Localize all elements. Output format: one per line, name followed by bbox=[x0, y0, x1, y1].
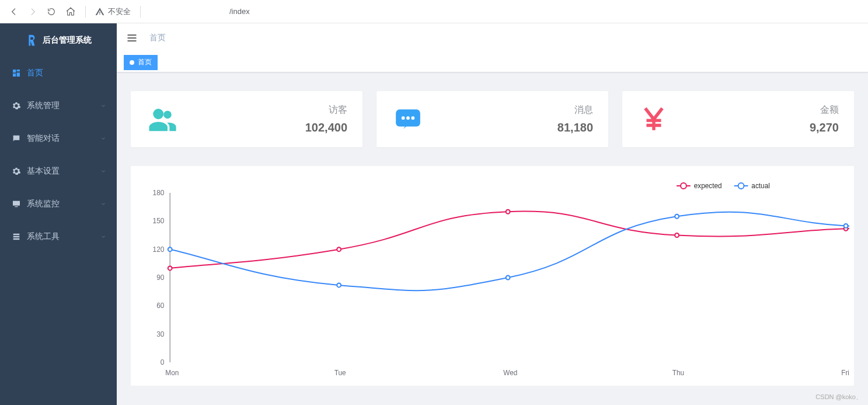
sidebar-item-0[interactable]: 首页 bbox=[0, 57, 117, 89]
tool-icon bbox=[12, 232, 21, 241]
chevron-down-icon bbox=[100, 136, 106, 141]
breadcrumb[interactable]: 首页 bbox=[149, 33, 166, 43]
data-point bbox=[337, 247, 341, 251]
warning-icon bbox=[95, 7, 104, 16]
brand-title: 后台管理系统 bbox=[43, 35, 92, 46]
legend-label: actual bbox=[751, 182, 770, 190]
people-icon bbox=[147, 103, 178, 135]
data-point bbox=[675, 214, 679, 219]
y-tick-label: 0 bbox=[161, 358, 165, 366]
svg-point-2 bbox=[406, 116, 410, 120]
stat-cards-row: 访客102,400消息81,180金额9,270 bbox=[131, 91, 854, 147]
card-value: 102,400 bbox=[305, 121, 347, 134]
nav-arrow-group bbox=[5, 6, 76, 17]
chat-icon bbox=[12, 134, 21, 143]
series-line-expected bbox=[170, 212, 849, 268]
y-tick-label: 120 bbox=[153, 245, 165, 254]
y-tick-label: 60 bbox=[156, 302, 165, 310]
chevron-down-icon bbox=[100, 103, 106, 109]
data-point bbox=[337, 283, 341, 287]
x-tick-label: Tue bbox=[334, 369, 346, 377]
y-tick-label: 180 bbox=[153, 189, 165, 197]
data-point bbox=[506, 210, 510, 214]
chevron-down-icon bbox=[100, 201, 106, 207]
stat-card-2[interactable]: 金额9,270 bbox=[622, 91, 854, 147]
line-chart: 0306090120150180MonTueWedThuFriexpecteda… bbox=[135, 175, 849, 386]
reload-icon[interactable] bbox=[47, 7, 56, 16]
security-warning[interactable]: 不安全 bbox=[95, 6, 131, 17]
main: 首页 首页 访客102,400消息81,180金额9,270 030609012… bbox=[117, 23, 868, 405]
hamburger-icon[interactable] bbox=[126, 32, 138, 44]
home-icon[interactable] bbox=[65, 6, 76, 17]
brand[interactable]: 后台管理系统 bbox=[0, 23, 117, 57]
stat-card-0[interactable]: 访客102,400 bbox=[131, 91, 362, 147]
legend-item-actual[interactable]: actual bbox=[734, 182, 770, 190]
sidebar-item-label: 系统管理 bbox=[27, 101, 60, 111]
svg-point-1 bbox=[402, 116, 405, 120]
card-label: 金额 bbox=[810, 104, 839, 116]
yen-icon bbox=[639, 105, 668, 134]
browser-toolbar: 不安全 /index bbox=[0, 0, 868, 23]
forward-icon[interactable] bbox=[28, 7, 37, 16]
x-tick-label: Fri bbox=[841, 369, 849, 377]
gear-icon bbox=[12, 101, 21, 110]
monitor-icon bbox=[12, 199, 21, 209]
dashboard-icon bbox=[12, 68, 21, 78]
sidebar-item-label: 基本设置 bbox=[27, 166, 60, 176]
data-point bbox=[844, 224, 848, 228]
tab-home[interactable]: 首页 bbox=[124, 55, 158, 70]
chevron-down-icon bbox=[100, 234, 106, 240]
svg-point-5 bbox=[681, 183, 686, 189]
gear-icon bbox=[12, 167, 21, 176]
chart-panel: 0306090120150180MonTueWedThuFriexpecteda… bbox=[131, 166, 854, 386]
x-tick-label: Wed bbox=[503, 369, 517, 377]
data-point bbox=[168, 266, 172, 270]
card-meta: 消息81,180 bbox=[557, 104, 593, 134]
app-root: 后台管理系统 首页系统管理智能对话基本设置系统监控系统工具 首页 首页 访客10… bbox=[0, 23, 868, 405]
message-icon bbox=[393, 105, 423, 134]
data-point bbox=[506, 276, 510, 280]
data-point bbox=[675, 233, 679, 237]
card-label: 访客 bbox=[305, 104, 347, 116]
back-icon[interactable] bbox=[9, 7, 19, 16]
sidebar-item-2[interactable]: 智能对话 bbox=[0, 122, 117, 155]
divider bbox=[85, 6, 86, 18]
card-value: 9,270 bbox=[810, 121, 839, 134]
sidebar-item-label: 首页 bbox=[27, 68, 43, 78]
insecure-label: 不安全 bbox=[108, 6, 131, 17]
stat-card-1[interactable]: 消息81,180 bbox=[377, 91, 608, 147]
legend-label: expected bbox=[694, 182, 722, 190]
sidebar-item-label: 智能对话 bbox=[27, 133, 60, 144]
topbar: 首页 bbox=[117, 23, 868, 53]
content: 访客102,400消息81,180金额9,270 030609012015018… bbox=[117, 72, 868, 405]
active-dot-icon bbox=[130, 60, 134, 65]
card-icon-wrap bbox=[392, 103, 424, 136]
sidebar-item-label: 系统监控 bbox=[27, 199, 60, 209]
divider bbox=[140, 6, 141, 18]
sidebar-item-4[interactable]: 系统监控 bbox=[0, 188, 117, 220]
svg-point-3 bbox=[411, 116, 414, 120]
legend-item-expected[interactable]: expected bbox=[677, 182, 722, 190]
chevron-down-icon bbox=[100, 168, 106, 174]
url-path: /index bbox=[229, 7, 250, 16]
logo-icon bbox=[25, 34, 38, 47]
sidebar-item-3[interactable]: 基本设置 bbox=[0, 155, 117, 188]
y-tick-label: 90 bbox=[156, 274, 165, 282]
sidebar-item-5[interactable]: 系统工具 bbox=[0, 220, 117, 253]
card-label: 消息 bbox=[557, 104, 593, 116]
y-tick-label: 30 bbox=[156, 330, 165, 338]
data-point bbox=[168, 247, 172, 251]
url-redacted bbox=[157, 8, 227, 15]
url-display[interactable]: /index bbox=[157, 7, 250, 16]
sidebar-menu: 首页系统管理智能对话基本设置系统监控系统工具 bbox=[0, 57, 117, 253]
tab-label: 首页 bbox=[138, 57, 152, 67]
sidebar-item-label: 系统工具 bbox=[27, 231, 60, 242]
card-meta: 访客102,400 bbox=[305, 104, 347, 134]
svg-point-7 bbox=[738, 183, 744, 189]
watermark: CSDN @koko、 bbox=[815, 393, 862, 401]
sidebar-item-1[interactable]: 系统管理 bbox=[0, 89, 117, 122]
card-value: 81,180 bbox=[557, 121, 593, 134]
x-tick-label: Mon bbox=[165, 369, 179, 377]
y-tick-label: 150 bbox=[153, 217, 165, 225]
card-icon-wrap bbox=[637, 103, 670, 136]
